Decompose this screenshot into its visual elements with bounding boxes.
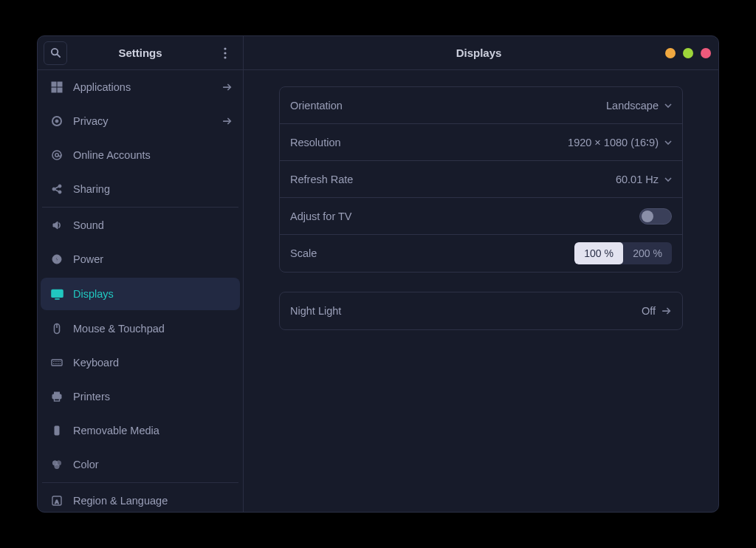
- svg-rect-19: [52, 290, 63, 297]
- scale-option-200[interactable]: 200 %: [623, 242, 672, 264]
- close-button[interactable]: [701, 48, 711, 58]
- sidebar-item-color[interactable]: Color: [38, 448, 243, 482]
- sidebar-item-label: Power: [73, 253, 233, 265]
- sidebar-item-region-language[interactable]: A Region & Language: [38, 484, 243, 512]
- row-label: Refresh Rate: [290, 174, 616, 185]
- night-light-card: Night Light Off: [279, 292, 683, 330]
- color-icon: [48, 459, 66, 470]
- main-pane: Displays Orientation Landscape Resolutio…: [244, 36, 718, 512]
- row-value: [639, 208, 672, 225]
- svg-rect-29: [55, 426, 59, 435]
- svg-rect-6: [58, 82, 62, 86]
- row-orientation[interactable]: Orientation Landscape: [280, 87, 682, 124]
- row-label: Night Light: [290, 305, 642, 317]
- keyboard-icon: [48, 357, 66, 369]
- sidebar-item-label: Displays: [73, 288, 233, 300]
- sidebar-item-applications[interactable]: Applications: [38, 70, 243, 104]
- maximize-button[interactable]: [683, 48, 693, 58]
- svg-rect-7: [52, 88, 56, 92]
- power-icon: [48, 253, 66, 265]
- settings-window: Settings Applications Privacy Online Acc…: [37, 35, 719, 513]
- printer-icon: [48, 391, 66, 403]
- row-value: Off: [642, 305, 672, 317]
- row-value: Landscape: [606, 100, 672, 112]
- row-resolution[interactable]: Resolution 1920 × 1080 (16∶9): [280, 124, 682, 161]
- sidebar: Settings Applications Privacy Online Acc…: [38, 36, 244, 512]
- removable-media-icon: [48, 425, 66, 436]
- kebab-icon: [224, 47, 227, 59]
- sidebar-item-label: Color: [73, 459, 233, 470]
- sidebar-item-removable-media[interactable]: Removable Media: [38, 414, 243, 448]
- main-header: Displays: [244, 36, 718, 70]
- toggle-knob: [642, 210, 653, 222]
- sidebar-item-label: Mouse & Touchpad: [73, 323, 233, 335]
- svg-line-17: [55, 190, 59, 191]
- svg-point-2: [224, 47, 226, 49]
- display-icon: [48, 288, 66, 301]
- row-night-light[interactable]: Night Light Off: [280, 292, 682, 329]
- sidebar-item-label: Sound: [73, 219, 233, 231]
- sidebar-item-keyboard[interactable]: Keyboard: [38, 346, 243, 380]
- sidebar-item-label: Privacy: [73, 115, 222, 127]
- sidebar-item-label: Keyboard: [73, 357, 233, 369]
- svg-point-14: [58, 185, 61, 188]
- sound-icon: [48, 219, 66, 231]
- svg-point-11: [52, 151, 61, 160]
- svg-text:A: A: [55, 499, 59, 505]
- search-button[interactable]: [44, 41, 67, 65]
- svg-point-10: [55, 120, 58, 123]
- svg-rect-28: [55, 398, 60, 401]
- share-icon: [48, 183, 66, 195]
- privacy-icon: [48, 115, 66, 127]
- chevron-down-icon: [664, 176, 672, 183]
- sidebar-item-label: Removable Media: [73, 425, 233, 436]
- scale-option-100[interactable]: 100 %: [574, 242, 623, 264]
- sidebar-item-label: Sharing: [73, 183, 233, 195]
- sidebar-item-label: Region & Language: [73, 495, 233, 507]
- row-refresh-rate[interactable]: Refresh Rate 60.01 Hz: [280, 161, 682, 198]
- chevron-right-icon: [222, 82, 233, 92]
- grid-icon: [48, 81, 66, 93]
- sidebar-item-printers[interactable]: Printers: [38, 380, 243, 414]
- sidebar-item-privacy[interactable]: Privacy: [38, 104, 243, 138]
- row-label: Scale: [290, 247, 574, 259]
- sidebar-item-label: Printers: [73, 391, 233, 403]
- scale-options: 100 % 200 %: [574, 242, 672, 264]
- window-controls: [665, 48, 711, 58]
- row-value: 60.01 Hz: [616, 174, 672, 185]
- sidebar-item-mouse[interactable]: Mouse & Touchpad: [38, 312, 243, 346]
- sidebar-item-label: Online Accounts: [73, 149, 233, 161]
- sidebar-title: Settings: [67, 47, 213, 59]
- language-icon: A: [48, 495, 66, 507]
- sidebar-item-sharing[interactable]: Sharing: [38, 172, 243, 206]
- minimize-button[interactable]: [665, 48, 676, 58]
- search-icon: [50, 47, 61, 58]
- svg-rect-8: [58, 88, 62, 92]
- mouse-icon: [48, 323, 66, 335]
- sidebar-item-sound[interactable]: Sound: [38, 208, 243, 242]
- sidebar-header: Settings: [38, 36, 243, 70]
- sidebar-item-online-accounts[interactable]: Online Accounts: [38, 138, 243, 172]
- svg-point-32: [55, 464, 59, 468]
- adjust-tv-toggle[interactable]: [639, 208, 672, 225]
- svg-rect-23: [52, 360, 62, 366]
- chevron-down-icon: [664, 102, 672, 109]
- sidebar-item-power[interactable]: Power: [38, 242, 243, 276]
- svg-line-16: [55, 187, 59, 188]
- sidebar-separator: [42, 482, 238, 483]
- svg-rect-27: [55, 392, 60, 394]
- svg-point-4: [224, 56, 226, 58]
- row-label: Orientation: [290, 100, 606, 112]
- chevron-right-icon: [662, 306, 672, 316]
- row-value: 1920 × 1080 (16∶9): [568, 137, 672, 148]
- row-scale: Scale 100 % 200 %: [280, 235, 682, 272]
- row-adjust-tv: Adjust for TV: [280, 198, 682, 235]
- display-settings-card: Orientation Landscape Resolution 1920 × …: [279, 86, 683, 273]
- chevron-right-icon: [222, 116, 233, 126]
- menu-button[interactable]: [213, 41, 237, 65]
- sidebar-item-displays[interactable]: Displays: [41, 278, 240, 310]
- sidebar-item-label: Applications: [73, 81, 222, 93]
- svg-point-3: [224, 52, 226, 54]
- row-label: Adjust for TV: [290, 210, 639, 222]
- svg-rect-5: [52, 82, 56, 86]
